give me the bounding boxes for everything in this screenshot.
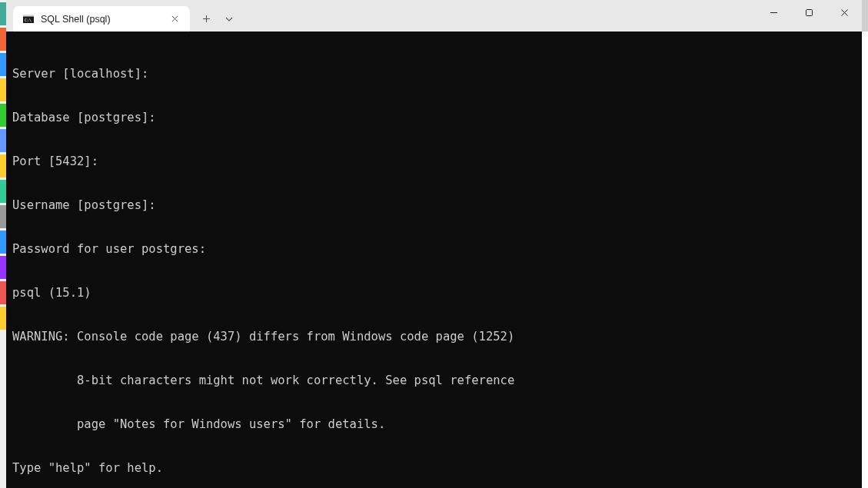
desktop-left-edge — [0, 0, 6, 488]
terminal-line: Type "help" for help. — [12, 461, 856, 476]
maximize-button[interactable] — [791, 0, 826, 25]
svg-rect-1 — [23, 15, 34, 17]
terminal-window: C:\ SQL Shell (psql) — [6, 0, 862, 488]
svg-text:C:\: C:\ — [25, 18, 32, 22]
tab-sql-shell[interactable]: C:\ SQL Shell (psql) — [13, 6, 190, 32]
close-button[interactable] — [826, 0, 862, 25]
terminal-line: psql (15.1) — [12, 286, 856, 300]
minimize-button[interactable] — [756, 0, 791, 25]
terminal-line: Username [postgres]: — [12, 198, 856, 213]
cmd-icon: C:\ — [22, 13, 35, 25]
tab-close-button[interactable] — [165, 10, 184, 28]
terminal-line: Database [postgres]: — [12, 111, 856, 125]
background-right-strip — [862, 32, 868, 488]
titlebar[interactable]: C:\ SQL Shell (psql) — [6, 0, 862, 32]
tab-actions — [195, 6, 241, 32]
terminal-line: page "Notes for Windows users" for detai… — [12, 417, 856, 432]
new-tab-button[interactable] — [195, 8, 218, 30]
window-controls — [756, 0, 862, 25]
svg-rect-3 — [806, 9, 812, 15]
terminal-line: Password for user postgres: — [12, 242, 856, 257]
terminal-body[interactable]: Server [localhost]: Database [postgres]:… — [6, 32, 862, 488]
terminal-line: WARNING: Console code page (437) differs… — [12, 330, 856, 344]
tab-title: SQL Shell (psql) — [41, 14, 165, 25]
tab-dropdown-button[interactable] — [218, 8, 241, 30]
terminal-line: Server [localhost]: — [12, 67, 856, 81]
terminal-line: Port [5432]: — [12, 154, 856, 169]
terminal-line: 8-bit characters might not work correctl… — [12, 373, 856, 388]
